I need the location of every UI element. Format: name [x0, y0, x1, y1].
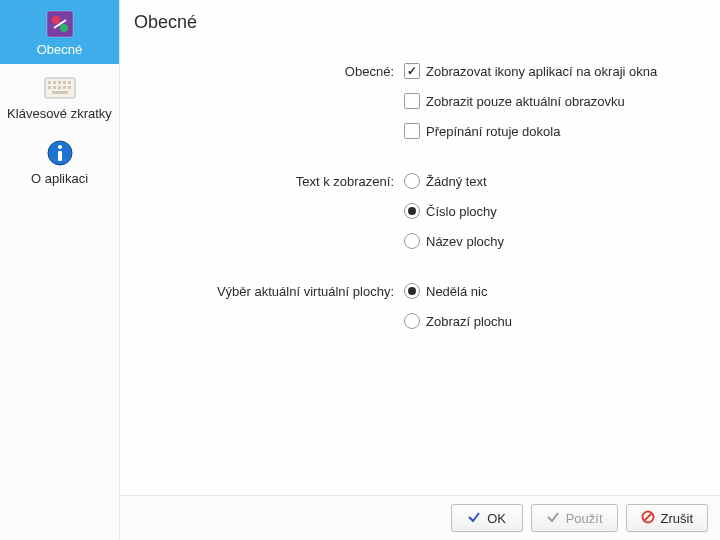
apply-check-icon: [546, 510, 560, 527]
svg-rect-7: [58, 81, 61, 84]
checkbox-wrap[interactable]: [404, 123, 420, 139]
row-current-nothing: Výběr aktuální virtuální plochy: Nedělá …: [134, 279, 700, 303]
radio-text-number[interactable]: [404, 203, 420, 219]
cancel-icon: [641, 510, 655, 527]
sidebar-item-label: Klávesové zkratky: [7, 106, 112, 122]
checkbox-current-screen[interactable]: [404, 93, 420, 109]
label-current: Výběr aktuální virtuální plochy:: [134, 284, 404, 299]
ok-button-label: OK: [487, 511, 506, 526]
svg-rect-5: [48, 81, 51, 84]
svg-point-3: [60, 24, 68, 32]
radio-text-number-label[interactable]: Číslo plochy: [426, 204, 497, 219]
svg-rect-14: [68, 86, 71, 89]
row-current-show: Zobrazí plochu: [134, 309, 700, 333]
ok-check-icon: [467, 510, 481, 527]
label-general: Obecné:: [134, 64, 404, 79]
content-area: Obecné Obecné: Zobrazovat ikony aplikací…: [120, 0, 720, 540]
sidebar: Obecné Klávesové zkratky: [0, 0, 120, 540]
settings-form: Obecné: Zobrazovat ikony aplikací na okr…: [134, 59, 700, 333]
svg-rect-12: [58, 86, 61, 89]
cancel-button[interactable]: Zrušit: [626, 504, 709, 532]
svg-rect-15: [52, 91, 68, 94]
checkbox-show-icons[interactable]: [404, 63, 420, 79]
svg-rect-9: [68, 81, 71, 84]
checkbox-wrap-label[interactable]: Přepínání rotuje dokola: [426, 124, 560, 139]
row-general-wrap: Přepínání rotuje dokola: [134, 119, 700, 143]
apply-button-label: Použít: [566, 511, 603, 526]
radio-current-nothing[interactable]: [404, 283, 420, 299]
row-general-show-icons: Obecné: Zobrazovat ikony aplikací na okr…: [134, 59, 700, 83]
radio-text-none[interactable]: [404, 173, 420, 189]
checkbox-current-screen-label[interactable]: Zobrazit pouze aktuální obrazovku: [426, 94, 625, 109]
row-general-current-screen: Zobrazit pouze aktuální obrazovku: [134, 89, 700, 113]
page-title: Obecné: [134, 10, 700, 33]
svg-point-2: [52, 16, 60, 24]
radio-current-nothing-label[interactable]: Nedělá nic: [426, 284, 487, 299]
sidebar-item-shortcuts[interactable]: Klávesové zkratky: [0, 64, 119, 128]
sidebar-item-label: O aplikaci: [31, 171, 88, 187]
svg-rect-11: [53, 86, 56, 89]
svg-line-21: [644, 513, 651, 520]
svg-rect-19: [58, 151, 62, 161]
svg-rect-8: [63, 81, 66, 84]
row-text-none: Text k zobrazení: Žádný text: [134, 169, 700, 193]
label-text: Text k zobrazení:: [134, 174, 404, 189]
cancel-button-label: Zrušit: [661, 511, 694, 526]
dialog-button-row: OK Použít Zrušit: [120, 495, 720, 540]
row-text-name: Název plochy: [134, 229, 700, 253]
preferences-icon: [44, 8, 76, 40]
settings-dialog: Obecné Klávesové zkratky: [0, 0, 720, 540]
sidebar-item-label: Obecné: [37, 42, 83, 58]
svg-rect-13: [63, 86, 66, 89]
row-text-number: Číslo plochy: [134, 199, 700, 223]
radio-text-none-label[interactable]: Žádný text: [426, 174, 487, 189]
radio-text-name[interactable]: [404, 233, 420, 249]
sidebar-item-about[interactable]: O aplikaci: [0, 129, 119, 193]
radio-text-name-label[interactable]: Název plochy: [426, 234, 504, 249]
apply-button[interactable]: Použít: [531, 504, 618, 532]
radio-current-show[interactable]: [404, 313, 420, 329]
svg-point-18: [58, 145, 62, 149]
keyboard-icon: [44, 72, 76, 104]
radio-current-show-label[interactable]: Zobrazí plochu: [426, 314, 512, 329]
content-inner: Obecné Obecné: Zobrazovat ikony aplikací…: [120, 0, 720, 495]
svg-rect-6: [53, 81, 56, 84]
info-icon: [44, 137, 76, 169]
svg-rect-10: [48, 86, 51, 89]
checkbox-show-icons-label[interactable]: Zobrazovat ikony aplikací na okraji okna: [426, 64, 657, 79]
ok-button[interactable]: OK: [451, 504, 523, 532]
sidebar-item-general[interactable]: Obecné: [0, 0, 119, 64]
